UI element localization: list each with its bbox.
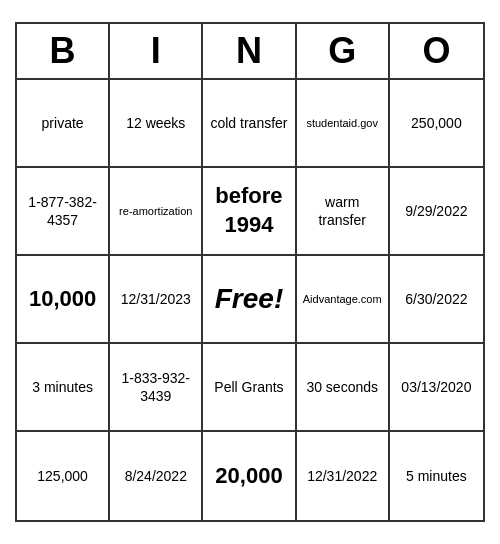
bingo-cell-23: 12/31/2022 (297, 432, 390, 520)
bingo-cell-19: 03/13/2020 (390, 344, 483, 432)
header-letter-i: I (110, 24, 203, 78)
bingo-card: BINGO private12 weekscold transferstuden… (15, 22, 485, 522)
bingo-cell-10: 10,000 (17, 256, 110, 344)
bingo-cell-5: 1-877-382-4357 (17, 168, 110, 256)
bingo-cell-9: 9/29/2022 (390, 168, 483, 256)
bingo-cell-6: re-amortization (110, 168, 203, 256)
bingo-header: BINGO (17, 24, 483, 80)
bingo-cell-0: private (17, 80, 110, 168)
bingo-cell-24: 5 minutes (390, 432, 483, 520)
bingo-cell-18: 30 seconds (297, 344, 390, 432)
bingo-cell-8: warm transfer (297, 168, 390, 256)
bingo-cell-14: 6/30/2022 (390, 256, 483, 344)
header-letter-g: G (297, 24, 390, 78)
bingo-cell-15: 3 minutes (17, 344, 110, 432)
bingo-cell-12: Free! (203, 256, 296, 344)
header-letter-n: N (203, 24, 296, 78)
header-letter-b: B (17, 24, 110, 78)
bingo-grid: private12 weekscold transferstudentaid.g… (17, 80, 483, 520)
bingo-cell-20: 125,000 (17, 432, 110, 520)
bingo-cell-2: cold transfer (203, 80, 296, 168)
bingo-cell-22: 20,000 (203, 432, 296, 520)
bingo-cell-4: 250,000 (390, 80, 483, 168)
bingo-cell-13: Aidvantage.com (297, 256, 390, 344)
bingo-cell-21: 8/24/2022 (110, 432, 203, 520)
bingo-cell-11: 12/31/2023 (110, 256, 203, 344)
bingo-cell-1: 12 weeks (110, 80, 203, 168)
bingo-cell-7: before 1994 (203, 168, 296, 256)
bingo-cell-17: Pell Grants (203, 344, 296, 432)
header-letter-o: O (390, 24, 483, 78)
bingo-cell-3: studentaid.gov (297, 80, 390, 168)
bingo-cell-16: 1-833-932-3439 (110, 344, 203, 432)
